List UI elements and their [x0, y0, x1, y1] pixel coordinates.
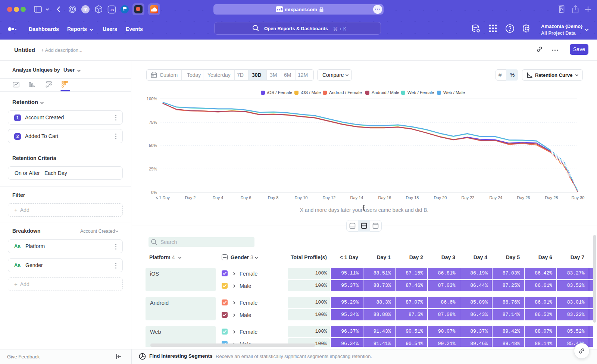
- svg-text:0%: 0%: [151, 190, 157, 195]
- svg-text:Day 14: Day 14: [350, 195, 363, 200]
- svg-text:75%: 75%: [149, 120, 157, 125]
- svg-text:Day 28: Day 28: [545, 195, 558, 200]
- svg-text:Day 18: Day 18: [406, 195, 419, 200]
- svg-text:Day 2: Day 2: [185, 195, 196, 200]
- svg-text:Day 4: Day 4: [213, 195, 224, 200]
- svg-text:JS: JS: [110, 8, 114, 12]
- svg-text:100%: 100%: [147, 97, 157, 101]
- svg-text:Day 16: Day 16: [378, 195, 391, 200]
- svg-text:50%: 50%: [149, 143, 157, 148]
- svg-text:Day 12: Day 12: [323, 195, 336, 200]
- svg-text:Day 22: Day 22: [462, 195, 475, 200]
- svg-text:Day 10: Day 10: [295, 195, 308, 200]
- svg-text:Day 8: Day 8: [268, 195, 279, 200]
- svg-text:25%: 25%: [149, 167, 157, 171]
- svg-text:Day 6: Day 6: [241, 195, 251, 200]
- svg-text:Day 26: Day 26: [517, 195, 530, 200]
- svg-text:< 1 Day: < 1 Day: [156, 195, 170, 200]
- svg-text:Day 20: Day 20: [434, 195, 447, 200]
- svg-text:Day 30: Day 30: [572, 195, 585, 200]
- svg-text:Day 24: Day 24: [490, 195, 503, 200]
